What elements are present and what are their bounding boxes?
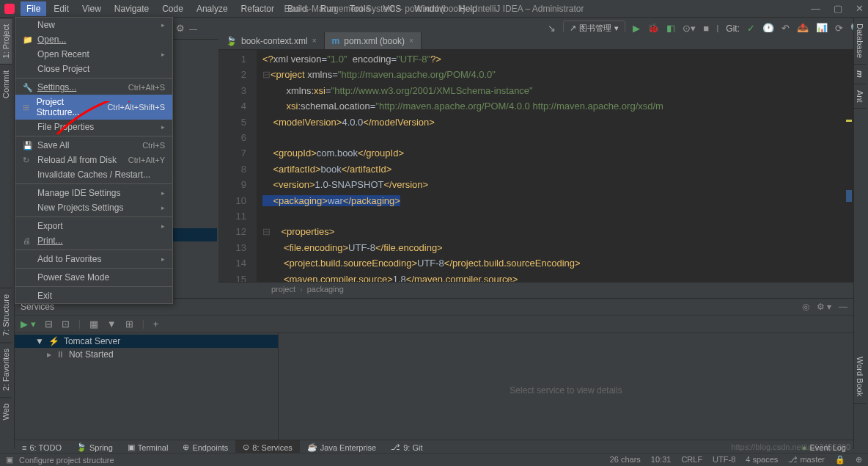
services-gear-icon[interactable]: ⚙ ▾ (817, 302, 831, 312)
title-bar: File Edit View Navigate Code Analyze Ref… (0, 0, 868, 18)
crumb-packaging[interactable]: packaging (307, 285, 344, 294)
menu-manage-ide[interactable]: Manage IDE Settings▸ (15, 186, 172, 200)
status-branch[interactable]: ⎇ master (788, 455, 825, 465)
close-tab-icon[interactable]: × (312, 37, 317, 45)
menu-project-structure[interactable]: ⊞Project Structure...Ctrl+Alt+Shift+S (15, 95, 172, 120)
sidebar-project[interactable]: 1: Project (0, 18, 12, 64)
menu-open[interactable]: 📁Open... (15, 32, 172, 47)
services-detail: Select service to view details (279, 333, 853, 447)
svc-not-started[interactable]: ▸⏸Not Started (15, 348, 278, 361)
editor-tabs: 🍃book-context.xml× mpom.xml (book)× (218, 32, 853, 50)
svc-layout-icon[interactable]: ⊞ (125, 318, 133, 330)
menu-analyze[interactable]: Analyze (191, 1, 234, 16)
status-goto-icon[interactable]: ⊕ (856, 455, 862, 465)
svc-filter-icon[interactable]: ▼ (107, 318, 117, 330)
sidebar-database[interactable]: Database (854, 18, 866, 65)
minimize-icon[interactable]: — (811, 3, 820, 14)
status-encoding[interactable]: UTF-8 (713, 455, 735, 465)
services-target-icon[interactable]: ◎ (802, 302, 809, 312)
menu-save-all[interactable]: 💾Save AllCtrl+S (15, 138, 172, 153)
menu-settings[interactable]: 🔧Settings...Ctrl+Alt+S (15, 80, 172, 95)
svc-add-icon[interactable]: + (153, 318, 159, 330)
menu-power-save[interactable]: Power Save Mode (15, 270, 172, 285)
maven-file-icon: m (332, 36, 340, 46)
sidebar-structure[interactable]: 7: Structure (0, 288, 12, 342)
svc-tree-icon[interactable]: ⊟ (45, 318, 53, 330)
sidebar-web[interactable]: Web (0, 397, 12, 426)
menu-view[interactable]: View (76, 1, 107, 16)
tab-book-context[interactable]: 🍃book-context.xml× (218, 32, 325, 49)
menu-invalidate-caches[interactable]: Invalidate Caches / Restart... (15, 167, 172, 182)
svc-view-icon[interactable]: ▦ (89, 318, 98, 330)
menu-print[interactable]: 🖨Print... (15, 233, 172, 248)
spring-config-icon: 🍃 (226, 36, 237, 46)
menu-exit[interactable]: Exit (15, 288, 172, 303)
file-menu-dropdown: New▸ 📁Open... Open Recent▸ Close Project… (15, 17, 173, 304)
editor-breadcrumb: project›packaging (218, 282, 853, 298)
svc-run-icon[interactable]: ▶ ▾ (21, 318, 36, 330)
idea-icon (4, 4, 15, 14)
pause-icon: ⏸ (56, 349, 65, 360)
line-gutter: 123456789101112131415 (218, 50, 257, 282)
menu-file-properties[interactable]: File Properties▸ (15, 120, 172, 134)
menu-add-favorites[interactable]: Add to Favorites▸ (15, 252, 172, 266)
sidebar-wordbook[interactable]: Word Book (854, 351, 866, 403)
sidebar-ant[interactable]: Ant (854, 84, 866, 109)
menu-refactor[interactable]: Refactor (235, 1, 280, 16)
close-tab-icon[interactable]: × (409, 37, 413, 45)
menu-open-recent[interactable]: Open Recent▸ (15, 47, 172, 62)
editor-warning-marker[interactable] (846, 120, 852, 122)
status-action: Configure project structure (19, 456, 114, 465)
sidebar-maven[interactable]: m (854, 65, 866, 84)
maximize-icon[interactable]: ▢ (834, 3, 842, 14)
tab-pom-xml[interactable]: mpom.xml (book)× (325, 32, 422, 49)
sidebar-favorites[interactable]: 2: Favorites (0, 342, 12, 396)
editor-change-marker[interactable] (846, 190, 852, 202)
services-panel: Services ◎ ⚙ ▾ — ▶ ▾ ⊟ ⊡ | ▦ ▼ ⊞ | + ▼⚡T… (15, 298, 853, 443)
code-editor[interactable]: 123456789101112131415 <?xml version="1.0… (218, 50, 853, 282)
svc-tomcat[interactable]: ▼⚡Tomcat Server (15, 335, 278, 348)
gear-icon[interactable]: ⚙ (176, 23, 185, 34)
code-content[interactable]: <?xml version="1.0" encoding="UTF-8"?> ⊟… (257, 50, 853, 282)
bottom-tabs: ≡ 6: TODO 🍃 Spring ▣ Terminal ⊕ Endpoint… (15, 440, 853, 454)
sidebar-commit[interactable]: Commit (0, 64, 12, 104)
tomcat-icon: ⚡ (48, 336, 59, 346)
services-hide-icon[interactable]: — (839, 302, 847, 312)
menu-new[interactable]: New▸ (15, 18, 172, 32)
menu-file[interactable]: File (21, 1, 46, 16)
status-hide-icon[interactable]: ▣ (6, 455, 13, 465)
services-tree: ▼⚡Tomcat Server ▸⏸Not Started (15, 333, 279, 447)
status-lock-icon[interactable]: 🔒 (835, 455, 845, 465)
menu-edit[interactable]: Edit (48, 1, 75, 16)
window-title: Books-Management-System – pom.xml (book)… (284, 4, 584, 14)
menu-code[interactable]: Code (156, 1, 189, 16)
menu-navigate[interactable]: Navigate (108, 1, 155, 16)
status-chars: 26 chars (610, 455, 641, 465)
menu-new-projects-settings[interactable]: New Projects Settings▸ (15, 200, 172, 215)
menu-close-project[interactable]: Close Project (15, 62, 172, 76)
status-line-sep[interactable]: CRLF (681, 455, 702, 465)
close-icon[interactable]: ✕ (856, 3, 864, 14)
status-position[interactable]: 10:31 (651, 455, 672, 465)
crumb-project[interactable]: project (271, 285, 295, 294)
status-indent[interactable]: 4 spaces (746, 455, 778, 465)
menu-reload[interactable]: ↻Reload All from DiskCtrl+Alt+Y (15, 153, 172, 167)
svc-flat-icon[interactable]: ⊡ (62, 318, 70, 330)
status-bar: ▣ Configure project structure 26 chars 1… (0, 453, 868, 466)
menu-export[interactable]: Export▸ (15, 219, 172, 233)
